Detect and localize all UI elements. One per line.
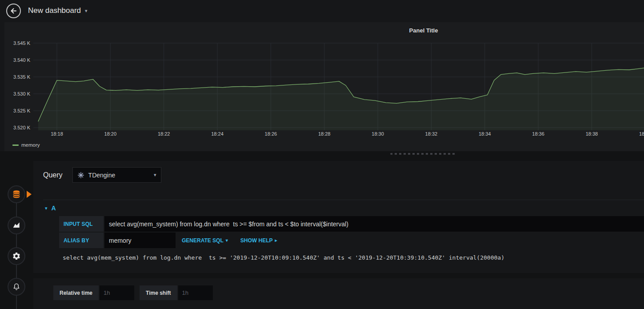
gear-icon (12, 252, 21, 261)
query-editor-content: Query TDengine ▾ ▾ (33, 161, 644, 309)
svg-text:3.520 K: 3.520 K (13, 125, 31, 130)
generated-sql-preview: select avg(mem_system) from log.dn where… (59, 253, 644, 263)
chart-legend: memory (12, 142, 40, 148)
editor-tab-rail (0, 161, 33, 309)
time-options-row: Relative time Time shift (53, 285, 644, 300)
arrow-left-icon (10, 7, 17, 15)
bell-icon (12, 282, 21, 291)
tab-general[interactable] (8, 247, 25, 265)
query-form: INPUT SQL ALIAS BY GENERATE SQL ▾ SHOW H… (59, 216, 644, 248)
input-sql-label: INPUT SQL (59, 216, 104, 232)
svg-text:18:36: 18:36 (532, 131, 544, 136)
svg-text:3.530 K: 3.530 K (13, 91, 31, 96)
svg-text:18:32: 18:32 (425, 131, 438, 136)
chevron-right-icon: ▸ (275, 238, 277, 243)
graph-icon (12, 221, 21, 230)
show-help-button[interactable]: SHOW HELP ▸ (240, 237, 277, 244)
svg-text:18:18: 18:18 (51, 131, 63, 136)
tab-queries[interactable] (8, 185, 25, 203)
alias-by-field[interactable] (104, 233, 176, 248)
alias-by-row: ALIAS BY GENERATE SQL ▾ SHOW HELP ▸ (59, 233, 644, 248)
panel-gap-strip (0, 151, 644, 161)
top-navbar: New dashboard ▾ (0, 0, 644, 21)
datasource-name: TDengine (88, 172, 116, 179)
svg-text:18:24: 18:24 (211, 131, 224, 136)
svg-text:18:28: 18:28 (318, 131, 331, 136)
alias-by-label: ALIAS BY (59, 233, 104, 248)
svg-text:18:34: 18:34 (479, 131, 491, 136)
tab-alert[interactable] (8, 278, 25, 296)
panel-title[interactable]: Panel Title (4, 22, 644, 34)
chevron-down-icon: ▾ (226, 238, 228, 243)
panel-editor: Query TDengine ▾ ▾ (0, 161, 644, 309)
dashboard-title: New dashboard (28, 6, 81, 15)
graph-panel: Panel Title 3.545 K3.540 K3.535 K3.530 K… (4, 22, 644, 151)
time-shift-label: Time shift (140, 285, 177, 300)
query-row-links: GENERATE SQL ▾ SHOW HELP ▸ (182, 233, 277, 248)
svg-text:3.540 K: 3.540 K (13, 57, 31, 63)
svg-text:18:20: 18:20 (104, 131, 117, 136)
svg-text:3.535 K: 3.535 K (13, 74, 31, 80)
collapse-caret-icon: ▾ (45, 205, 48, 211)
time-series-chart[interactable]: 3.545 K3.540 K3.535 K3.530 K3.525 K3.520… (4, 39, 644, 139)
section-gap (33, 273, 644, 278)
generate-sql-label: GENERATE SQL (182, 237, 224, 244)
svg-text:18:26: 18:26 (265, 131, 277, 136)
svg-text:3.525 K: 3.525 K (13, 108, 31, 113)
relative-time-group: Relative time (53, 285, 134, 300)
generate-sql-button[interactable]: GENERATE SQL ▾ (182, 237, 228, 244)
input-sql-row: INPUT SQL (59, 216, 644, 232)
query-section-title: Query (43, 171, 63, 179)
relative-time-label: Relative time (53, 285, 99, 300)
legend-series-swatch (12, 144, 19, 146)
scroll-handle[interactable] (390, 153, 457, 155)
dashboard-title-menu[interactable]: New dashboard ▾ (28, 6, 88, 15)
query-ref-row[interactable]: ▾ A (33, 200, 644, 216)
database-icon (12, 189, 21, 199)
tab-visualization[interactable] (8, 217, 25, 234)
active-tab-arrow-icon (27, 191, 32, 198)
relative-time-field[interactable] (100, 285, 134, 300)
time-shift-field[interactable] (178, 285, 213, 300)
query-header: Query TDengine ▾ (33, 161, 644, 183)
svg-text:18:22: 18:22 (158, 131, 170, 136)
svg-text:3.545 K: 3.545 K (13, 40, 31, 46)
svg-text:18:30: 18:30 (372, 131, 384, 136)
show-help-label: SHOW HELP (240, 237, 273, 244)
time-shift-group: Time shift (140, 285, 212, 300)
chevron-down-icon: ▾ (154, 173, 156, 177)
query-ref-id: A (52, 205, 56, 212)
chevron-down-icon: ▾ (85, 8, 88, 13)
svg-text:18:38: 18:38 (586, 131, 598, 136)
input-sql-field[interactable] (104, 216, 644, 232)
tdengine-star-icon (77, 172, 84, 179)
svg-text:18:40: 18:40 (639, 131, 644, 136)
back-button[interactable] (6, 4, 21, 18)
legend-series-label[interactable]: memory (21, 142, 40, 148)
datasource-picker[interactable]: TDengine ▾ (72, 167, 161, 183)
